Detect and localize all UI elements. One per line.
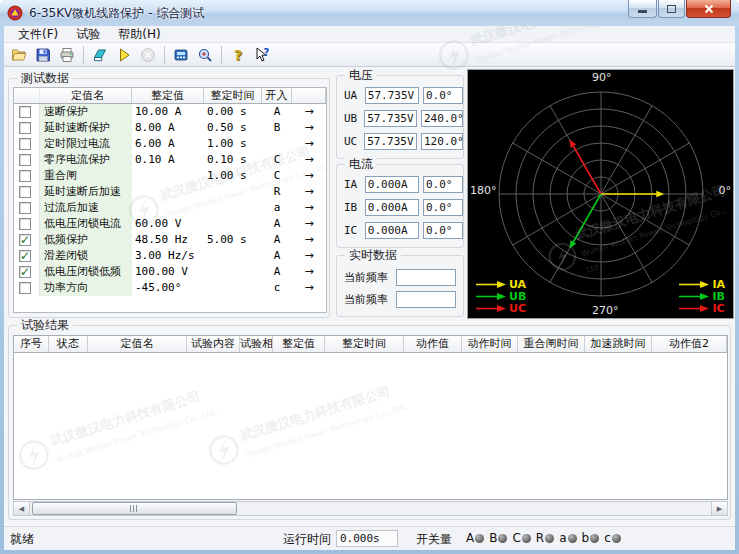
send-arrow-button[interactable]: →	[292, 184, 326, 200]
results-col-actvalue2[interactable]: 动作值2	[652, 336, 727, 352]
results-col-name[interactable]: 定值名	[88, 336, 187, 352]
table-row[interactable]: 重合闸1.00 sC→	[14, 168, 326, 184]
results-col-status[interactable]: 状态	[49, 336, 88, 352]
table-row[interactable]: 低电压闭锁低频100.00 VA→	[14, 264, 326, 280]
ia-value-field[interactable]: 0.000A	[365, 176, 419, 193]
results-col-actvalue[interactable]: 动作值	[404, 336, 462, 352]
scroll-left-button[interactable]: ◀	[14, 502, 30, 515]
row-checkbox[interactable]	[19, 282, 31, 294]
open-button[interactable]	[7, 44, 31, 66]
send-arrow-button[interactable]: →	[292, 264, 326, 280]
help-button[interactable]: ?	[226, 44, 250, 66]
menu-test[interactable]: 试验	[67, 26, 109, 43]
table-row[interactable]: 零序电流保护0.10 A0.10 sC→	[14, 152, 326, 168]
client-area: 测试数据 定值名 整定值 整定时间 开入 速断保护10.00 A0.00 sA→…	[4, 67, 735, 526]
ib-value-field[interactable]: 0.000A	[365, 199, 419, 216]
results-table-header: 序号 状态 定值名 试验内容 试验相 整定值 整定时间 动作值 动作时间 重合闸…	[14, 336, 727, 353]
close-button[interactable]	[686, 0, 731, 18]
ua-angle-field[interactable]: 0.0°	[423, 87, 463, 104]
table-row[interactable]: 功率方向-45.00°c→	[14, 280, 326, 296]
report-button[interactable]	[88, 44, 112, 66]
scroll-right-button[interactable]: ▶	[711, 502, 727, 515]
send-arrow-button[interactable]: →	[292, 152, 326, 168]
table-row[interactable]: 延时速断后加速R→	[14, 184, 326, 200]
uc-value-field[interactable]: 57.735V	[364, 133, 417, 150]
row-checkbox[interactable]	[19, 218, 31, 230]
row-checkbox[interactable]	[19, 202, 31, 214]
row-checkbox[interactable]	[19, 122, 31, 134]
ub-angle-field[interactable]: 240.0°	[421, 110, 463, 127]
send-arrow-button[interactable]: →	[292, 136, 326, 152]
context-help-button[interactable]: ?	[250, 44, 274, 66]
switch-led-icon	[568, 534, 577, 543]
results-group-title: 试验结果	[17, 318, 73, 332]
send-arrow-button[interactable]: →	[292, 168, 326, 184]
ic-angle-field[interactable]: 0.0°	[423, 222, 463, 239]
table-row[interactable]: 定时限过电流6.00 A1.00 s→	[14, 136, 326, 152]
menu-help[interactable]: 帮助(H)	[109, 26, 169, 43]
minimize-button[interactable]	[628, 0, 657, 18]
results-col-content[interactable]: 试验内容	[187, 336, 240, 352]
results-col-index[interactable]: 序号	[14, 336, 49, 352]
setting-value: 100.00 V	[132, 264, 204, 280]
table-row[interactable]: 速断保护10.00 A0.00 sA→	[14, 104, 326, 120]
send-arrow-button[interactable]: →	[292, 104, 326, 120]
row-checkbox[interactable]	[19, 154, 31, 166]
save-button[interactable]	[31, 44, 55, 66]
current-row-ic: IC0.000A0.0°	[344, 222, 463, 238]
table-row[interactable]: 过流后加速a→	[14, 200, 326, 216]
row-checkbox[interactable]	[19, 250, 31, 262]
stop-test-button[interactable]	[136, 44, 160, 66]
row-checkbox[interactable]	[19, 170, 31, 182]
ua-value-field[interactable]: 57.735V	[365, 87, 419, 104]
toolbar-separator	[164, 46, 165, 64]
legend-label: IB	[712, 291, 724, 302]
context-help-icon: ?	[254, 47, 270, 63]
menu-file[interactable]: 文件(F)	[9, 26, 67, 43]
horizontal-scrollbar[interactable]: ◀ ▶	[13, 501, 728, 516]
table-row[interactable]: 低电压闭锁电流60.00 VA→	[14, 216, 326, 232]
send-arrow-button[interactable]: →	[292, 216, 326, 232]
ic-value-field[interactable]: 0.000A	[365, 222, 419, 239]
send-arrow-button[interactable]: →	[292, 232, 326, 248]
send-arrow-button[interactable]: →	[292, 248, 326, 264]
title-bar[interactable]: 6-35KV微机线路保护 - 综合测试	[0, 0, 739, 26]
row-checkbox[interactable]	[19, 266, 31, 278]
results-col-phase[interactable]: 试验相	[240, 336, 273, 352]
open-folder-icon	[11, 47, 27, 63]
ib-angle-field[interactable]: 0.0°	[423, 199, 463, 216]
zoom-button[interactable]	[193, 44, 217, 66]
switch-led-icon	[498, 534, 507, 543]
switch-indicators: ABCRabc	[466, 531, 626, 545]
instrument-button[interactable]	[169, 44, 193, 66]
ia-angle-field[interactable]: 0.0°	[423, 176, 463, 193]
results-col-settime[interactable]: 整定时间	[325, 336, 404, 352]
results-col-accel-time[interactable]: 加速跳时间	[585, 336, 652, 352]
uc-angle-field[interactable]: 120.0°	[421, 133, 463, 150]
results-col-setvalue[interactable]: 整定值	[273, 336, 325, 352]
row-checkbox[interactable]	[19, 186, 31, 198]
print-button[interactable]	[55, 44, 79, 66]
axis-label-270: 270°	[592, 304, 619, 317]
table-row[interactable]: 滑差闭锁3.00 Hz/sA→	[14, 248, 326, 264]
results-col-reclose-time[interactable]: 重合闸时间	[518, 336, 585, 352]
setting-input: B	[262, 120, 292, 136]
switch-label: c	[604, 531, 611, 545]
setting-value: 10.00 A	[132, 104, 204, 120]
results-col-acttime[interactable]: 动作时间	[462, 336, 518, 352]
send-arrow-button[interactable]: →	[292, 280, 326, 296]
setting-input: A	[262, 104, 292, 120]
start-test-button[interactable]	[112, 44, 136, 66]
scrollbar-thumb[interactable]	[32, 502, 237, 515]
send-arrow-button[interactable]: →	[292, 120, 326, 136]
voltage-group: 电压 UA57.735V0.0° UB57.735V240.0° UC57.73…	[336, 75, 464, 159]
row-checkbox[interactable]	[19, 234, 31, 246]
send-arrow-button[interactable]: →	[292, 200, 326, 216]
maximize-button[interactable]	[658, 0, 685, 18]
table-row[interactable]: 低频保护48.50 Hz5.00 sA→	[14, 232, 326, 248]
table-row[interactable]: 延时速断保护8.00 A0.50 sB→	[14, 120, 326, 136]
setting-name: 低电压闭锁低频	[40, 264, 132, 280]
row-checkbox[interactable]	[19, 106, 31, 118]
row-checkbox[interactable]	[19, 138, 31, 150]
ub-value-field[interactable]: 57.735V	[364, 110, 417, 127]
